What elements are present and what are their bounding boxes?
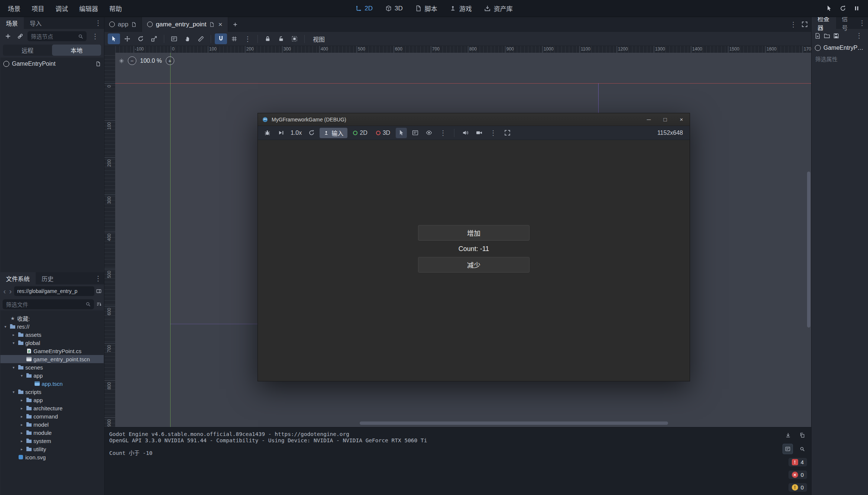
dock-tab[interactable]: 文件系统 <box>0 272 36 284</box>
scroll-to-bottom-button[interactable] <box>783 430 793 440</box>
instance-scene-button[interactable] <box>15 32 25 41</box>
file-row[interactable]: GameEntryPoint.cs <box>0 347 104 355</box>
snap-options-button[interactable]: ⋮ <box>242 33 254 44</box>
filter-nodes-input[interactable]: 筛选节点 <box>27 31 87 41</box>
scene-tab[interactable]: game_entry_point × <box>142 17 228 32</box>
debug-badge[interactable]: 0 <box>788 470 807 479</box>
menu-item[interactable]: 场景 <box>2 0 26 17</box>
dock-tab[interactable]: 历史 <box>36 272 59 284</box>
menu-item[interactable]: 帮助 <box>104 0 127 17</box>
debug-badge[interactable]: 4 <box>788 458 807 466</box>
nav-forward-icon[interactable]: › <box>9 287 13 296</box>
debug-options-icon[interactable] <box>262 128 273 138</box>
pan-tool-button[interactable] <box>181 33 194 44</box>
zoom-in-button[interactable]: + <box>166 56 174 65</box>
new-scene-tab-button[interactable] <box>228 17 242 32</box>
embed-fullscreen-button[interactable] <box>502 128 513 138</box>
mode-2d-button[interactable]: 2D <box>350 128 370 138</box>
menu-item[interactable]: 项目 <box>26 0 50 17</box>
scene-tree-options-icon[interactable]: ⋮ <box>89 32 101 40</box>
list-select-button[interactable] <box>168 33 180 44</box>
nav-back-icon[interactable]: ‹ <box>3 287 7 296</box>
camera-override-button[interactable] <box>473 128 485 138</box>
filter-properties-input[interactable]: 筛选属性 <box>812 53 868 64</box>
expand-arrow[interactable]: ▸ <box>19 423 25 427</box>
inspector-options-icon[interactable]: ⋮ <box>853 32 865 40</box>
scene-dock-menu-icon[interactable]: ⋮ <box>92 17 104 29</box>
select-tool-button[interactable] <box>108 33 120 44</box>
new-resource-icon[interactable] <box>814 33 821 39</box>
pointer-mode-button[interactable] <box>826 5 832 12</box>
expand-arrow[interactable]: ▸ <box>19 431 25 435</box>
dock-tab[interactable]: 场景 <box>0 17 24 29</box>
ruler-tool-button[interactable] <box>195 33 207 44</box>
toggle-button[interactable]: 本地 <box>52 45 101 56</box>
dock-tab[interactable]: 导入 <box>24 17 48 29</box>
game-tool-options-icon[interactable]: ⋮ <box>437 129 449 137</box>
expand-arrow[interactable]: ▸ <box>19 398 25 402</box>
time-scale-label[interactable]: 1.0x <box>289 130 303 136</box>
file-row[interactable]: ▸ architecture <box>0 404 104 412</box>
message-filter-button[interactable] <box>783 444 793 454</box>
file-row[interactable]: ▸ utility <box>0 445 104 453</box>
restart-button[interactable] <box>840 5 846 12</box>
attached-script-icon[interactable] <box>95 61 101 66</box>
expand-arrow[interactable]: ▾ <box>11 390 16 394</box>
reload-game-button[interactable] <box>306 128 317 138</box>
scale-tool-button[interactable] <box>148 33 160 44</box>
pause-button[interactable] <box>854 5 860 12</box>
group-button[interactable] <box>288 33 301 44</box>
debug-badge[interactable]: 0 <box>788 483 807 492</box>
file-row[interactable]: ▾ scenes <box>0 363 104 371</box>
file-row[interactable]: ▾ app <box>0 371 104 380</box>
game-select-tool-button[interactable] <box>396 128 407 138</box>
lock-object-button[interactable] <box>262 33 274 44</box>
rotate-tool-button[interactable] <box>135 33 147 44</box>
zoom-level[interactable]: 100.0 % <box>140 58 162 64</box>
expand-arrow[interactable]: ▸ <box>19 414 25 419</box>
split-view-icon[interactable] <box>96 289 101 294</box>
dock-tab[interactable]: 检查器 <box>812 17 836 29</box>
workspace-button[interactable]: 资产库 <box>479 2 518 14</box>
search-output-button[interactable] <box>797 444 807 454</box>
canvas-horizontal-scrollbar[interactable] <box>360 421 668 425</box>
workspace-button[interactable]: 脚本 <box>410 2 443 14</box>
toggle-button[interactable]: 远程 <box>3 45 52 56</box>
filter-files-input[interactable]: 筛选文件 <box>3 299 94 309</box>
decrease-button[interactable]: 减少 <box>418 257 529 273</box>
close-tab-icon[interactable]: × <box>217 20 222 29</box>
scene-tabs-menu-icon[interactable]: ⋮ <box>787 20 799 29</box>
zoom-out-button[interactable]: − <box>128 56 136 65</box>
filesystem-dock-menu-icon[interactable]: ⋮ <box>92 272 104 284</box>
file-row[interactable]: ▸ app <box>0 396 104 404</box>
add-node-button[interactable] <box>3 32 13 41</box>
smart-snap-button[interactable] <box>215 33 227 44</box>
save-resource-icon[interactable] <box>833 33 839 39</box>
scene-tree-node[interactable]: GameEntryPoint <box>0 59 104 69</box>
input-mode-button[interactable]: 输入 <box>320 128 347 138</box>
mute-audio-button[interactable] <box>460 128 471 138</box>
file-row[interactable]: ▸ module <box>0 429 104 437</box>
file-row[interactable]: ▾ global <box>0 339 104 347</box>
dock-tab[interactable]: 信号 <box>836 17 856 29</box>
menu-item[interactable]: 调试 <box>50 0 74 17</box>
file-row[interactable]: ▸ system <box>0 437 104 445</box>
unlock-object-button[interactable] <box>275 33 287 44</box>
copy-output-button[interactable] <box>797 430 807 440</box>
load-resource-icon[interactable] <box>824 33 830 39</box>
expand-arrow[interactable]: ▸ <box>19 406 25 410</box>
game-list-select-button[interactable] <box>409 128 421 138</box>
view-menu-button[interactable]: 视图 <box>308 33 329 44</box>
center-view-icon[interactable] <box>119 58 124 63</box>
file-row[interactable]: ▸ model <box>0 420 104 429</box>
file-row[interactable]: ▸ command <box>0 412 104 420</box>
expand-arrow[interactable]: ▾ <box>19 374 25 378</box>
game-window-titlebar[interactable]: MyGFrameworkGame (DEBUG) ─ □ × <box>258 113 690 126</box>
camera-options-icon[interactable]: ⋮ <box>487 129 499 137</box>
expand-arrow[interactable]: ▾ <box>3 325 8 329</box>
current-path[interactable]: res://global/game_entry_p <box>14 286 94 296</box>
expand-arrow[interactable]: ▸ <box>11 333 16 337</box>
file-row[interactable]: ▾ scripts <box>0 388 104 396</box>
next-frame-button[interactable] <box>275 128 286 138</box>
sort-files-icon[interactable] <box>96 302 101 307</box>
